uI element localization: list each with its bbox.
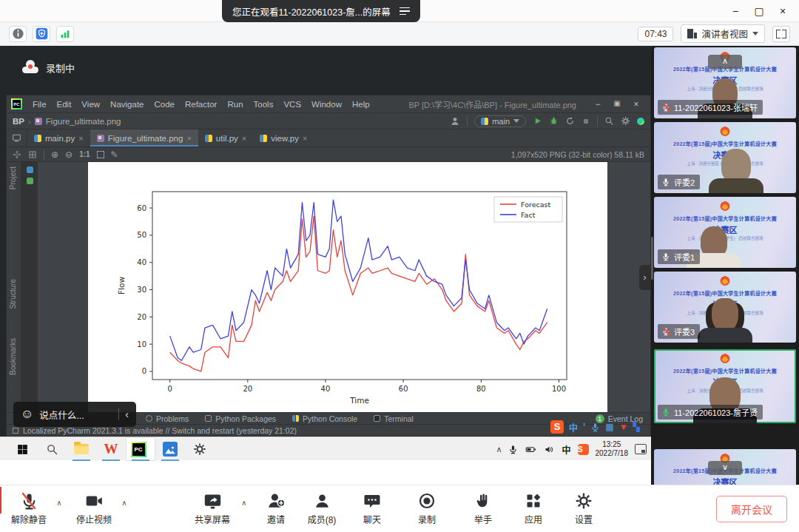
status-message[interactable]: Localized PyCharm 2021.3.1 is available … [23,426,297,435]
unmute-button[interactable]: 解除静音 [4,491,53,525]
invite-button[interactable]: 邀请 [252,491,300,525]
start-button[interactable] [7,437,37,461]
meeting-info-button[interactable] [9,26,27,42]
close-tab-icon[interactable]: × [186,134,191,143]
participant-tile-5-active-speaker[interactable]: 2022年(第15届)中国大学生计算机设计大赛 决赛区 上海 · 决赛分赛区 (… [654,349,796,423]
voice-input-icon[interactable] [590,422,600,432]
record-button[interactable]: 录制 [402,491,451,525]
tray-mic-icon[interactable] [508,445,518,454]
tray-ime-indicator[interactable]: 中 [562,443,570,456]
ide-update-notification-icon[interactable] [637,118,644,125]
ime-skin-icon[interactable]: ▚ [633,422,640,432]
close-button[interactable]: × [771,0,795,22]
search-everywhere-button[interactable] [604,116,614,126]
user-icon[interactable] [450,116,460,127]
tool-button-project[interactable]: Project [9,166,17,189]
grid-toggle-icon[interactable] [28,150,37,159]
menu-refactor[interactable]: Refactor [181,98,221,110]
tool-window-toggle-icon[interactable] [7,129,27,147]
ime-toolbox-icon[interactable]: ▼ [619,422,628,432]
rerun-coverage-button[interactable] [565,116,575,126]
transparency-chessboard-icon[interactable] [97,151,104,158]
meeting-security-button[interactable] [33,26,50,42]
actual-size-button[interactable]: 1:1 [79,151,90,158]
tray-sogou-icon[interactable]: S [578,444,589,455]
status-icon[interactable] [13,428,18,434]
pycharm-close-button[interactable]: × [627,99,646,110]
menu-tools[interactable]: Tools [249,98,278,110]
maximize-button[interactable]: ▢ [747,0,771,22]
tray-clock[interactable]: 13:25 2022/7/18 [596,440,629,459]
participant-tile-2[interactable]: 2022年(第15届)中国大学生计算机设计大赛 决赛区 上海 · 决赛分赛区 (… [654,122,796,193]
breadcrumb-file[interactable]: Figure_ultimate.png [46,117,121,126]
debug-button[interactable] [549,116,559,126]
close-tab-icon[interactable]: × [78,134,83,143]
menu-vcs[interactable]: VCS [279,98,306,110]
menu-view[interactable]: View [77,98,104,110]
tool-python-console[interactable]: Python Console [292,414,357,423]
menu-window[interactable]: Window [307,98,346,110]
pycharm-restore-button[interactable]: ▣ [607,99,627,110]
minimize-button[interactable]: − [724,0,747,22]
tray-battery-icon[interactable] [525,444,537,455]
stop-button[interactable] [581,117,590,126]
zoom-in-icon[interactable]: ⊕ [51,150,58,159]
expand-thumbnails-button[interactable]: ∨ [708,461,742,475]
leave-meeting-button[interactable]: 离开会议 [716,496,787,522]
chat-button[interactable]: 聊天 [348,491,397,525]
project-panel-collapsed[interactable] [21,162,38,412]
participant-tile-4[interactable]: 2022年(第15届)中国大学生计算机设计大赛 决赛区 上海 · 决赛分赛区 (… [654,272,796,343]
tool-python-packages[interactable]: Python Packages [205,414,276,423]
banner-menu-icon[interactable] [400,7,410,16]
tab-main-py[interactable]: main.py× [27,129,90,147]
zoom-out-icon[interactable]: ⊖ [65,150,73,159]
apps-button[interactable]: 应用 [509,491,558,525]
stop-video-button[interactable]: 停止视频 [70,491,118,525]
ime-punctuation-icon[interactable]: ’ [583,422,585,432]
settings-taskbar-button[interactable] [185,437,215,461]
raise-hand-button[interactable]: 举手 [459,491,508,525]
tool-problems[interactable]: Problems [146,414,189,423]
run-config-selector[interactable]: main [474,115,526,127]
wps-office-button[interactable]: W [96,437,126,461]
tab-view-py[interactable]: view.py× [253,129,314,147]
menu-navigate[interactable]: Navigate [106,98,148,110]
tray-expand-chevron[interactable]: ∧ [496,445,502,454]
audio-options-chevron[interactable]: ∧ [53,499,65,507]
sogou-logo-icon[interactable]: S [550,420,564,434]
close-tab-icon[interactable]: × [303,134,307,143]
tab-util-py[interactable]: util.py× [198,129,253,147]
collapse-thumbnails-button[interactable]: ∧ [708,55,742,69]
pycharm-minimize-button[interactable]: − [588,99,607,110]
photos-app-button[interactable] [155,437,185,461]
members-button[interactable]: 成员(8) [297,491,346,525]
tab-figure-ultimate-png[interactable]: Figure_ultimate.png× [90,129,198,147]
pycharm-taskbar-button[interactable]: PC [126,437,155,461]
run-button[interactable] [533,116,542,126]
tool-button-structure[interactable]: Structure [9,279,17,309]
menu-edit[interactable]: Edit [53,98,76,110]
taskbar-search-button[interactable] [37,437,67,461]
fit-zoom-icon[interactable] [13,150,21,159]
menu-run[interactable]: Run [223,98,247,110]
participant-tile-3[interactable]: 2022年(第15届)中国大学生计算机设计大赛 决赛区 上海 · 决赛分赛区 (… [654,197,796,268]
action-center-icon[interactable] [635,444,647,454]
view-mode-selector[interactable]: 演讲者视图 [681,24,765,43]
soft-keyboard-icon[interactable]: ▦ [605,422,613,432]
chat-input[interactable]: 说点什么... [39,408,112,422]
emoji-icon[interactable]: ☺ [21,407,33,422]
fullscreen-button[interactable] [772,26,790,42]
file-explorer-button[interactable] [67,437,96,461]
tool-terminal[interactable]: Terminal [374,414,414,423]
share-screen-button[interactable]: 共享屏幕 [188,491,237,525]
video-options-chevron[interactable]: ∧ [118,499,130,507]
breadcrumb-root[interactable]: BP [13,117,24,126]
tray-volume-icon[interactable] [544,444,555,455]
ime-chinese-mode-icon[interactable]: 中 [569,421,578,434]
menu-code[interactable]: Code [149,98,179,110]
network-quality-icon[interactable] [56,26,74,42]
sidebar-collapse-handle[interactable]: › [639,265,650,290]
settings-icon[interactable] [621,116,630,126]
tool-button-bookmarks[interactable]: Bookmarks [9,338,17,375]
participant-tile-1[interactable]: 2022年(第15届)中国大学生计算机设计大赛 决赛区 上海 · 决赛分赛区 (… [654,47,796,118]
